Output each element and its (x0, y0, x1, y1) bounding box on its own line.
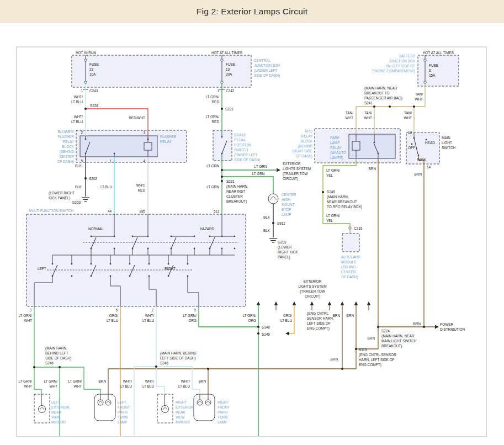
wire-label: BLK (75, 185, 82, 189)
component-label: JUNCTION BOX (254, 63, 280, 67)
component-label: BLOWER/ (58, 130, 75, 134)
wire-label: WHT (404, 116, 412, 120)
wire-label: LT GRN/ (183, 314, 197, 317)
switch-contact (209, 236, 211, 237)
wire-label: LIGHTS SYSTEM (283, 167, 311, 171)
wire-label: G203 (72, 200, 81, 204)
wire-label: RED (138, 188, 146, 192)
switch-contact (187, 276, 189, 277)
switch-contact (221, 153, 223, 155)
wire-label: WHT (24, 319, 32, 322)
switch-contact (71, 263, 73, 265)
switch-contact (52, 276, 54, 277)
wire-label: RED (212, 100, 220, 104)
wire-label: (MAIN HARN, (226, 184, 248, 189)
wire-label: YEL (326, 173, 333, 177)
switch-contact (171, 236, 172, 237)
switch-contact (168, 263, 169, 265)
splice-dot (355, 348, 357, 350)
component-label: RIGHT (176, 400, 187, 404)
switch-contact (194, 236, 195, 237)
component-label: LEFT (118, 400, 126, 404)
switch-contact (110, 276, 112, 277)
wire-label: SWITCH (442, 146, 456, 150)
wire-label: PARK (417, 158, 427, 162)
wire-label: 1 (81, 89, 83, 93)
component-label: HIGH (282, 198, 290, 202)
wire-label: BREAKOUT) (226, 199, 247, 204)
component-label: CENTER (60, 155, 75, 158)
terminal-ring (424, 81, 426, 83)
component-label: (BEHIND (60, 150, 75, 154)
switch-contact (52, 263, 54, 265)
terminal-ring (424, 59, 426, 61)
switch-contact (148, 263, 150, 265)
wire-label: 3 (143, 131, 145, 135)
wire-label: PASSENGER AIR BAG) (364, 96, 402, 100)
switch-contact (91, 263, 92, 265)
wire-label: SIDE OF DASH) (45, 356, 71, 361)
component-label: (BEHIND (298, 144, 313, 149)
wire-label: S149 (262, 332, 270, 336)
wire-label: 44 (108, 209, 112, 213)
wire-label: BLK (263, 215, 270, 219)
component-label: CENTRAL (254, 59, 270, 62)
wire-label: (MAIN HARN, NEAR (364, 86, 397, 91)
wire-label: S221 (225, 107, 234, 111)
wire-label: BLK (75, 164, 82, 168)
wire-label: HOT AT ALL TIMES (423, 51, 454, 55)
component-label: AUTOLAMP (341, 255, 360, 259)
component-label: BRAKE (234, 133, 246, 137)
wire-label: (LOWER RIGHT (49, 191, 75, 195)
wire-label: S115 (359, 348, 367, 352)
splice-dot (84, 108, 87, 110)
terminal-ring (221, 81, 223, 83)
wire-label: LT BLU (280, 319, 292, 322)
wire-label: LT GRN (254, 165, 267, 168)
component-label: RPO (305, 129, 312, 133)
wire-label: S246 (45, 361, 54, 365)
figure-header: Fig 2: Exterior Lamps Circuit (0, 0, 504, 23)
wire-label: WHT (415, 97, 423, 101)
splice-dot (272, 222, 274, 224)
wire-label: BRN (369, 167, 376, 171)
component-label: FLASHER (160, 135, 177, 139)
wire-label: BLK (263, 229, 270, 232)
switch-contact (411, 144, 413, 145)
switch-contact (147, 236, 149, 237)
component-label: MODULE (341, 260, 356, 264)
component-label: CENTER (341, 270, 356, 274)
wire-label: (ENG CNTRL (307, 311, 329, 316)
splice-dot (257, 326, 259, 328)
wire-label: (MAIN HARN, (45, 346, 67, 351)
switch-contact (418, 155, 420, 156)
switch-contact (91, 236, 92, 237)
wire-label: WHT (24, 384, 32, 388)
component-label: JUNCTION BOX (389, 59, 415, 63)
wire-label: BREAKOUT TO (364, 91, 389, 95)
switch-contact (114, 236, 115, 237)
splice-dot (423, 326, 425, 328)
wire-label: BRN (99, 379, 107, 383)
wire-label: LEFT SIDE OF (307, 321, 331, 325)
switch-contact (147, 248, 149, 250)
wire-label: LT GRN/ (68, 379, 82, 383)
wire-label: LT GRN/ (205, 115, 219, 119)
component-label: CENTER (282, 193, 296, 197)
component-label: BLOCK (62, 145, 74, 149)
wire-label: ORG (188, 319, 197, 322)
wire-label: S202 (89, 177, 97, 181)
splice-dot (155, 365, 157, 368)
wire-label: LT BLU (71, 100, 83, 104)
splice-dot (257, 332, 259, 335)
component-label: (IN LEFT SIDE OF (386, 64, 415, 68)
wire-label: LT BLU (142, 384, 154, 388)
component-label: LAMP (217, 420, 227, 424)
component-label: SIDE OF DASH) (234, 158, 260, 162)
wire-label: TAN/ (404, 111, 412, 115)
component-label: (BEHIND (341, 265, 356, 269)
component-label: OF DASH) (341, 275, 358, 279)
wire-label: MAIN (442, 136, 450, 140)
wire-label: G203 (278, 240, 287, 244)
splice-dot (207, 368, 209, 370)
